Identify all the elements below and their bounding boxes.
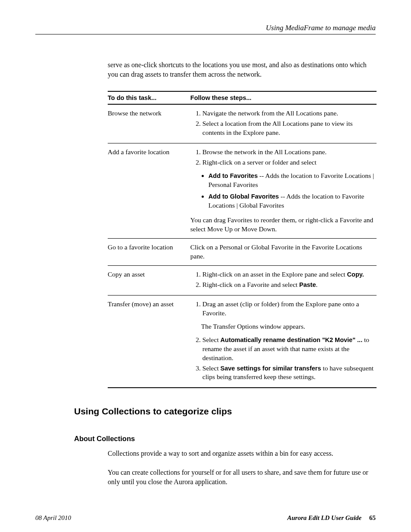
task-cell: Browse the network xyxy=(108,104,190,143)
task-cell: Copy an asset xyxy=(108,266,190,296)
bold-text: Paste xyxy=(299,281,316,288)
paragraph: The Transfer Options window appears. xyxy=(201,322,375,331)
bold-text: Save settings for similar transfers xyxy=(221,365,321,372)
text: Right-click on an asset in the Explore p… xyxy=(202,271,347,278)
section-heading: Using Collections to categorize clips xyxy=(74,406,376,417)
table-row: Copy an asset Right-click on an asset in… xyxy=(108,266,377,296)
table-header-row: To do this task... Follow these steps... xyxy=(108,91,377,104)
footer-page-number: 65 xyxy=(369,514,376,521)
bold-text: Copy. xyxy=(347,271,364,278)
page-content: Using MediaFrame to manage media serve a… xyxy=(0,0,411,486)
task-table: To do this task... Follow these steps...… xyxy=(108,91,377,388)
footer-doc-title: Aurora Edit LD User Guide xyxy=(287,514,362,521)
task-cell: Transfer (move) an asset xyxy=(108,296,190,388)
table-row: Browse the network Navigate the network … xyxy=(108,104,377,143)
step: Drag an asset (clip or folder) from the … xyxy=(202,300,375,318)
step: Browse the network in the All Locations … xyxy=(202,148,375,157)
text: Select xyxy=(202,336,221,343)
table-row: Transfer (move) an asset Drag an asset (… xyxy=(108,296,377,388)
running-header: Using MediaFrame to manage media xyxy=(35,24,376,32)
bullet: Add to Global Favorites -- Adds the loca… xyxy=(209,192,375,210)
page-footer: 08 April 2010 Aurora Edit LD User Guide … xyxy=(35,514,376,522)
steps-cell: Drag an asset (clip or folder) from the … xyxy=(190,296,377,388)
step: Select a location from the All Locations… xyxy=(202,119,375,137)
step: Right-click on a server or folder and se… xyxy=(202,158,375,167)
text: . xyxy=(316,281,318,288)
steps-cell: Right-click on an asset in the Explore p… xyxy=(190,266,377,296)
bold-text: Automatically rename destination "K2 Mov… xyxy=(221,336,363,343)
table-row: Go to a favorite location Click on a Per… xyxy=(108,239,377,266)
step: Right-click on a Favorite and select Pas… xyxy=(202,280,375,289)
text: Select xyxy=(202,364,221,372)
intro-paragraph: serve as one-click shortcuts to the loca… xyxy=(108,60,376,79)
step: Select Save settings for similar transfe… xyxy=(202,364,375,382)
steps-cell: Navigate the network from the All Locati… xyxy=(190,104,377,143)
bold-text: Add to Global Favorites xyxy=(209,193,279,200)
footer-date: 08 April 2010 xyxy=(35,514,71,522)
step: Right-click on an asset in the Explore p… xyxy=(202,270,375,279)
steps-cell: Browse the network in the All Locations … xyxy=(190,143,377,238)
step: Navigate the network from the All Locati… xyxy=(202,109,375,118)
step: Select Automatically rename destination … xyxy=(202,336,375,363)
header-rule xyxy=(35,34,376,34)
task-cell: Go to a favorite location xyxy=(108,239,190,266)
col-header-task: To do this task... xyxy=(108,91,190,104)
bullet: Add to Favorites -- Adds the location to… xyxy=(209,171,375,190)
footer-right: Aurora Edit LD User Guide 65 xyxy=(287,514,376,522)
col-header-steps: Follow these steps... xyxy=(190,91,377,104)
subsection-heading: About Collections xyxy=(74,435,376,443)
body-paragraph: You can create collections for yourself … xyxy=(108,468,376,486)
task-cell: Add a favorite location xyxy=(108,143,190,238)
bold-text: Add to Favorites xyxy=(209,172,258,179)
table-row: Add a favorite location Browse the netwo… xyxy=(108,143,377,238)
steps-cell: Click on a Personal or Global Favorite i… xyxy=(190,239,377,266)
body-paragraph: Collections provide a way to sort and or… xyxy=(108,449,376,458)
paragraph: You can drag Favorites to reorder them, … xyxy=(190,216,375,234)
text: Right-click on a Favorite and select xyxy=(202,281,299,288)
